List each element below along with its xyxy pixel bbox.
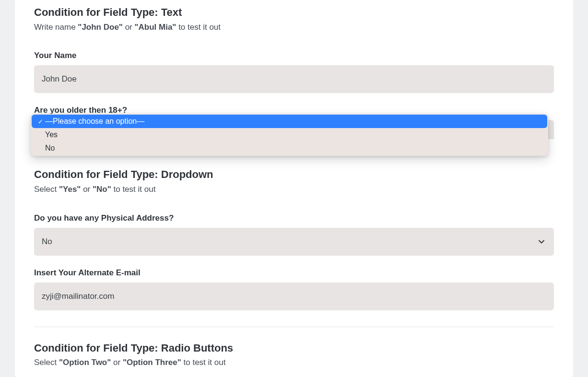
physical-address-value: No: [42, 237, 52, 247]
section-text-desc-post: to test it out: [176, 23, 221, 32]
section-dropdown-title: Condition for Field Type: Dropdown: [34, 168, 554, 182]
age-option-no[interactable]: ✓ No: [32, 141, 547, 155]
alt-email-input[interactable]: [34, 283, 554, 310]
section-dropdown-desc-post: to test it out: [111, 185, 156, 194]
section-radio-desc-b2: "Option Three": [123, 358, 181, 367]
section-dropdown-desc-mid: or: [81, 185, 93, 194]
physical-address-label: Do you have any Physical Address?: [34, 213, 554, 223]
physical-address-select[interactable]: No: [34, 228, 554, 256]
section-text-desc-b1: "John Doe": [78, 23, 123, 32]
section-text-desc-pre: Write name: [34, 23, 78, 32]
age-option-placeholder-label: —Please choose an option—: [45, 117, 144, 126]
section-text-desc: Write name "John Doe" or "Abul Mia" to t…: [34, 22, 554, 33]
name-input[interactable]: [34, 65, 554, 93]
chevron-down-icon: [537, 237, 546, 247]
form-card: Condition for Field Type: Text Write nam…: [15, 0, 573, 377]
section-dropdown-desc: Select "Yes" or "No" to test it out: [34, 184, 554, 195]
section-radio-desc-post: to test it out: [181, 358, 226, 367]
alt-email-label: Insert Your Alternate E-mail: [34, 268, 554, 278]
age-option-yes[interactable]: ✓ Yes: [32, 128, 547, 141]
name-label: Your Name: [34, 51, 554, 60]
age-option-no-label: No: [45, 144, 55, 153]
section-radio-desc-mid: or: [111, 358, 123, 367]
section-radio-desc-b1: "Option Two": [59, 358, 111, 367]
section-dropdown-desc-b2: "No": [93, 185, 111, 194]
check-icon: ✓: [36, 118, 44, 125]
section-text-desc-mid: or: [123, 23, 135, 32]
section-radio-desc: Select "Option Two" or "Option Three" to…: [34, 357, 554, 368]
section-radio-title: Condition for Field Type: Radio Buttons: [34, 342, 554, 355]
section-dropdown-desc-b1: "Yes": [59, 185, 81, 194]
age-option-placeholder[interactable]: ✓ —Please choose an option—: [32, 115, 547, 128]
section-text-title: Condition for Field Type: Text: [34, 6, 554, 20]
age-dropdown-popup: ✓ —Please choose an option— ✓ Yes ✓ No: [31, 114, 548, 156]
section-radio-desc-pre: Select: [34, 358, 59, 367]
section-dropdown-desc-pre: Select: [34, 185, 59, 194]
age-option-yes-label: Yes: [45, 130, 58, 139]
section-text-desc-b2: "Abul Mia": [134, 23, 176, 32]
